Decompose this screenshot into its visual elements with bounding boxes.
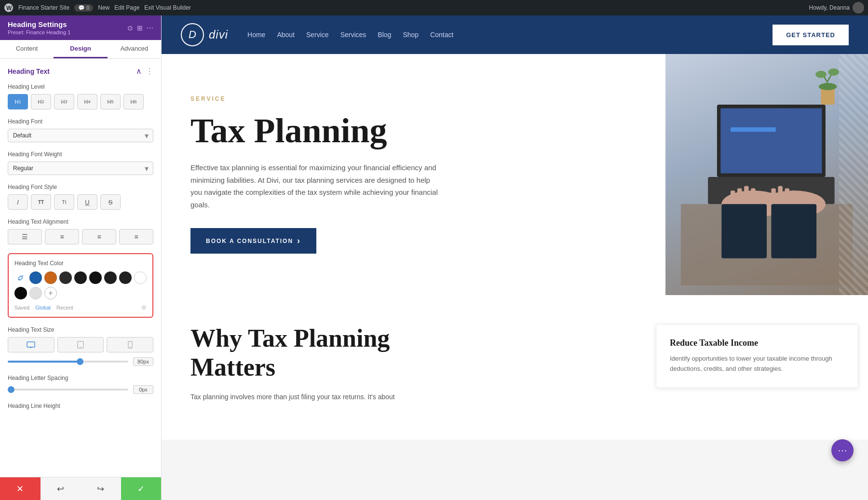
card-title: Reduce Taxable Income (670, 338, 844, 348)
hero-image-area (665, 54, 868, 295)
heading-h4-btn[interactable]: H4 (77, 94, 97, 109)
edit-page-link[interactable]: Edit Page (114, 4, 139, 11)
heading-h2-btn[interactable]: H2 (31, 94, 51, 109)
right-content: D divi Home About Service Services Blog … (162, 15, 868, 500)
cancel-btn[interactable]: ✕ (0, 477, 41, 500)
second-left: Why Tax Planning Matters Tax planning in… (162, 324, 637, 411)
color-swatch-dark2[interactable] (74, 271, 87, 284)
nav-service[interactable]: Service (306, 31, 329, 39)
tab-design[interactable]: Design (54, 40, 107, 58)
fab-btn[interactable]: ⋯ (831, 439, 854, 461)
letter-spacing-slider-row: 0px (8, 385, 153, 394)
color-settings-icon[interactable]: ⚙ (141, 304, 147, 311)
color-swatch-black[interactable] (14, 287, 27, 299)
svg-rect-22 (778, 186, 782, 202)
nav-contact[interactable]: Contact (430, 31, 453, 39)
exit-builder-link[interactable]: Exit Visual Builder (144, 4, 191, 11)
new-link[interactable]: New (98, 4, 109, 11)
nav-home[interactable]: Home (247, 31, 265, 39)
nav-blog[interactable]: Blog (378, 31, 391, 39)
letter-spacing-thumb[interactable] (8, 386, 14, 393)
underline-style-btn[interactable]: U (77, 194, 97, 210)
left-panel: Heading Settings Preset: Finance Heading… (0, 15, 162, 500)
capitalize-style-btn[interactable]: Tt (54, 194, 74, 210)
desktop-device-btn[interactable] (8, 337, 54, 352)
color-tab-saved[interactable]: Saved (14, 305, 29, 311)
site-logo[interactable]: D divi (181, 23, 228, 46)
heading-font-weight-select[interactable]: Regular (8, 162, 153, 175)
add-color-btn[interactable]: + (44, 287, 57, 299)
heading-h1-btn[interactable]: H1 (8, 94, 28, 109)
site-header: D divi Home About Service Services Blog … (162, 15, 868, 54)
section-header: Heading Text ∧ ⋮ (8, 67, 153, 76)
align-center-btn[interactable]: ≡ (45, 229, 79, 244)
hero-title: Tax Planning (190, 112, 637, 150)
nav-services[interactable]: Services (340, 31, 366, 39)
svg-rect-17 (731, 190, 735, 202)
text-size-value[interactable]: 80px (133, 357, 153, 366)
panel-title: Heading Settings (8, 20, 70, 28)
admin-site-name[interactable]: Finance Starter Site (18, 4, 69, 11)
svg-rect-18 (737, 188, 742, 202)
align-left-btn[interactable]: ☰ (8, 229, 42, 244)
align-justify-btn[interactable]: ≡ (119, 229, 153, 244)
redo-btn[interactable]: ↪ (81, 477, 121, 500)
section-collapse-icon[interactable]: ∧ (136, 67, 142, 76)
color-tab-global[interactable]: Global (35, 305, 51, 311)
nav-about[interactable]: About (277, 31, 295, 39)
panel-content: Heading Text ∧ ⋮ Heading Level H1 H2 H3 … (0, 59, 161, 477)
color-swatch-blue[interactable] (29, 271, 42, 284)
page-content: SERVICE Tax Planning Effective tax plann… (162, 54, 868, 440)
svg-rect-20 (751, 188, 755, 202)
text-size-thumb[interactable] (77, 358, 83, 365)
section-more-icon[interactable]: ⋮ (146, 67, 153, 76)
heading-font-label: Heading Font (8, 118, 153, 125)
more-icon[interactable]: ⋯ (147, 24, 153, 32)
tablet-device-btn[interactable] (57, 337, 104, 352)
focus-icon[interactable]: ⊙ (127, 24, 133, 32)
panel-footer: ✕ ↩ ↪ ✓ (0, 477, 161, 500)
mobile-device-btn[interactable] (107, 337, 153, 352)
letter-spacing-slider[interactable] (8, 389, 128, 391)
undo-btn[interactable]: ↩ (41, 477, 81, 500)
svg-point-31 (815, 71, 827, 78)
heading-h5-btn[interactable]: H5 (100, 94, 121, 109)
color-swatch-dark4[interactable] (104, 271, 117, 284)
color-swatch-dark5[interactable] (119, 271, 132, 284)
columns-icon[interactable]: ⊞ (137, 24, 143, 32)
color-swatch-dark3[interactable] (89, 271, 102, 284)
text-size-slider[interactable] (8, 361, 128, 363)
tab-content[interactable]: Content (0, 40, 54, 58)
heading-h6-btn[interactable]: H6 (123, 94, 144, 109)
heading-h3-btn[interactable]: H3 (54, 94, 74, 109)
svg-point-2 (18, 279, 20, 281)
comment-bubble: 💬 0 (74, 4, 93, 12)
section-title: Heading Text (8, 68, 50, 75)
text-size-slider-row: 80px (8, 357, 153, 366)
style-btn-row: I TT Tt U S (8, 194, 153, 210)
svg-point-9 (130, 347, 131, 348)
laptop-visual (675, 68, 858, 285)
uppercase-style-btn[interactable]: TT (31, 194, 51, 210)
strikethrough-style-btn[interactable]: S (100, 194, 121, 210)
color-swatch-white[interactable] (134, 271, 147, 284)
color-swatch-dark1[interactable] (59, 271, 72, 284)
align-right-btn[interactable]: ≡ (82, 229, 116, 244)
color-tab-recent[interactable]: Recent (56, 305, 73, 311)
letter-spacing-value[interactable]: 0px (133, 385, 153, 394)
align-btn-row: ☰ ≡ ≡ ≡ (8, 229, 153, 244)
hero-cta-btn[interactable]: BOOK A CONSULTATION › (190, 228, 316, 254)
nav-shop[interactable]: Shop (403, 31, 419, 39)
get-started-btn[interactable]: GET STARTED (773, 25, 849, 45)
heading-font-style-label: Heading Font Style (8, 184, 153, 190)
italic-style-btn[interactable]: I (8, 194, 28, 210)
color-swatch-orange[interactable] (44, 271, 57, 284)
save-btn[interactable]: ✓ (121, 477, 162, 500)
tab-advanced[interactable]: Advanced (108, 40, 161, 58)
heading-level-field: Heading Level H1 H2 H3 H4 H5 H6 (8, 83, 153, 109)
heading-font-select[interactable]: Default (8, 129, 153, 142)
panel-header: Heading Settings Preset: Finance Heading… (0, 15, 161, 40)
panel-preset: Preset: Finance Heading 1 (8, 29, 70, 35)
color-swatch-light-gray[interactable] (29, 287, 42, 299)
eyedropper-btn[interactable] (14, 271, 27, 284)
